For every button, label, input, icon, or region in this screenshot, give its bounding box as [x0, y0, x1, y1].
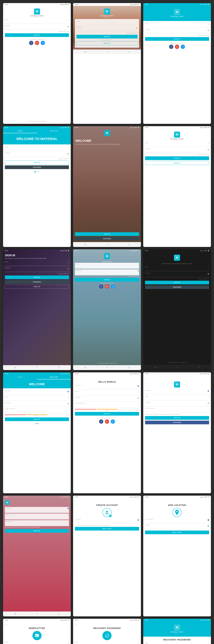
facebook-button[interactable]: FACE BOOK — [5, 280, 69, 284]
sign-in-button[interactable]: SIGN IN — [75, 278, 139, 282]
password-input[interactable] — [145, 31, 209, 34]
forgot-password-link[interactable]: Forgot your Password? — [5, 273, 69, 274]
sign-in-button[interactable]: SIGN IN — [75, 232, 139, 236]
email-field[interactable]: Email ✉ — [145, 396, 209, 400]
email-input[interactable] — [145, 398, 209, 400]
twitter-button[interactable]: t — [181, 44, 185, 49]
username-input[interactable] — [75, 386, 139, 389]
forgot-password-link[interactable]: Forgot your Password? — [145, 278, 209, 280]
menu-nav-icon[interactable]: □ — [128, 243, 130, 246]
avatar-circle[interactable]: + — [103, 508, 111, 517]
password-field[interactable]: Password 🔒 — [5, 402, 69, 407]
username-field[interactable]: User name 👤 — [5, 390, 69, 395]
sign-in-button[interactable]: SIGN IN — [5, 276, 69, 279]
tab-register[interactable]: REGISTER — [37, 129, 71, 133]
google-button[interactable]: G+ — [105, 420, 109, 424]
menu-nav-icon[interactable]: □ — [128, 50, 130, 53]
email-field[interactable]: Email ✉ — [5, 146, 69, 151]
password-field[interactable]: Password 🔒 — [5, 152, 69, 157]
confirm-password-input[interactable] — [145, 410, 209, 412]
sign-up-button[interactable]: SIGN UP — [145, 161, 209, 165]
password-input[interactable] — [5, 404, 69, 407]
home-nav-icon[interactable]: ○ — [36, 366, 38, 369]
sign-up-button[interactable]: SIGN UP — [145, 416, 209, 420]
back-arrow[interactable]: ← — [75, 377, 139, 380]
forgot-password-link[interactable]: Forgot your Password? — [145, 35, 209, 36]
home-nav-icon[interactable]: ○ — [36, 612, 38, 615]
email-field[interactable]: Email ✉ — [75, 390, 139, 395]
sign-in-button[interactable]: SIGN IN — [5, 33, 69, 37]
facebook-button[interactable]: FACE BOOK — [75, 237, 139, 240]
create-account-link[interactable]: Do not have an account? Create Account — [75, 362, 139, 364]
home-nav-icon[interactable]: ○ — [177, 366, 178, 368]
email-input[interactable] — [75, 392, 139, 395]
sign-up-button[interactable]: SIGN UP — [75, 412, 139, 416]
sign-up-button[interactable]: SIGN UP — [5, 285, 69, 289]
twitter-button[interactable]: t — [111, 284, 115, 289]
back-arrow[interactable]: ← — [75, 623, 139, 626]
email-field[interactable]: Email ✉ — [5, 19, 69, 24]
next-step-button[interactable]: NEXT STEP — [145, 530, 209, 534]
password-field[interactable]: Password 🔒 — [145, 148, 209, 153]
email-input[interactable] — [5, 148, 69, 151]
email-field[interactable]: Email ✉ — [5, 514, 69, 520]
email-input[interactable] — [6, 516, 68, 519]
menu-nav-icon[interactable]: □ — [128, 366, 130, 369]
password-field[interactable]: Password 🔒 — [145, 29, 209, 34]
email-input[interactable] — [5, 263, 69, 266]
forgot-password-link[interactable]: Forgot your Password? — [75, 276, 139, 277]
confirm-password-field[interactable]: Confirm Password — [5, 408, 69, 413]
back-nav-icon[interactable]: ◁ — [84, 50, 86, 53]
sign-up-button[interactable]: SIGN UP — [5, 529, 69, 533]
email-input[interactable] — [145, 25, 209, 28]
facebook-button[interactable]: f — [169, 44, 173, 49]
confirm-password-input[interactable] — [75, 404, 139, 407]
sign-in-button[interactable]: SIGN IN — [145, 156, 209, 160]
forgot-password-link[interactable]: Forgot your Password? — [5, 31, 69, 32]
back-arrow[interactable]: ← — [75, 500, 139, 503]
confirm-password-field[interactable]: Confirm Password ✓ — [75, 402, 139, 407]
facebook-button[interactable]: FACE BOOK — [5, 166, 69, 169]
tab-login[interactable]: LOGIN — [3, 375, 37, 380]
create-account-link[interactable]: Do not have an account? Create Account — [5, 121, 69, 122]
password-input[interactable] — [5, 154, 69, 157]
forgot-password-link[interactable]: Forgot your Password? — [76, 32, 137, 34]
confirm-password-field[interactable]: Confirm Password ✓ — [145, 408, 209, 412]
google-button[interactable]: G+ — [105, 284, 109, 289]
facebook-button[interactable]: f — [29, 41, 33, 45]
back-arrow[interactable]: ← — [145, 377, 209, 380]
country-input[interactable] — [145, 526, 209, 529]
password-input[interactable] — [145, 150, 209, 153]
back-nav-icon[interactable]: ◁ — [154, 366, 156, 368]
email-field[interactable]: Email ✉ — [5, 396, 69, 401]
twitter-button[interactable]: t — [41, 41, 45, 45]
username-field[interactable]: User name 👤 — [75, 518, 139, 523]
password-field[interactable]: Password 🔒 — [145, 272, 209, 277]
back-arrow[interactable]: ← — [145, 500, 209, 503]
password-input[interactable] — [76, 272, 138, 275]
username-field[interactable]: User name 👤 — [5, 507, 69, 513]
email-input[interactable] — [5, 21, 69, 24]
facebook-button[interactable]: f — [99, 420, 103, 424]
username-input[interactable] — [145, 392, 209, 394]
facebook-button[interactable]: FACE BOOK — [145, 421, 209, 424]
confirm-password-input[interactable] — [5, 410, 69, 413]
phone-field[interactable]: Phone Number 📱 — [145, 518, 209, 523]
email-input[interactable] — [145, 144, 209, 147]
facebook-button[interactable]: f — [99, 284, 103, 289]
password-input[interactable] — [5, 27, 69, 30]
email-input[interactable] — [76, 265, 138, 268]
password-field[interactable]: Password 🔒 — [145, 402, 209, 406]
back-nav-icon[interactable]: ◁ — [84, 366, 86, 369]
forgot-password-link[interactable]: Forgot your Password? — [145, 154, 209, 155]
country-field[interactable]: Country 🌐 — [145, 524, 209, 529]
tab-register[interactable]: REGISTER — [37, 375, 71, 380]
username-input[interactable] — [75, 520, 139, 523]
password-field[interactable]: Password 🔒 — [75, 396, 139, 401]
password-input[interactable] — [76, 28, 137, 31]
email-field[interactable]: Email ✉ — [145, 23, 209, 28]
email-field[interactable]: Email ✉ — [5, 642, 69, 644]
username-field[interactable]: User name 👤 — [145, 390, 209, 394]
email-input[interactable] — [76, 22, 137, 25]
password-input[interactable] — [6, 522, 68, 526]
